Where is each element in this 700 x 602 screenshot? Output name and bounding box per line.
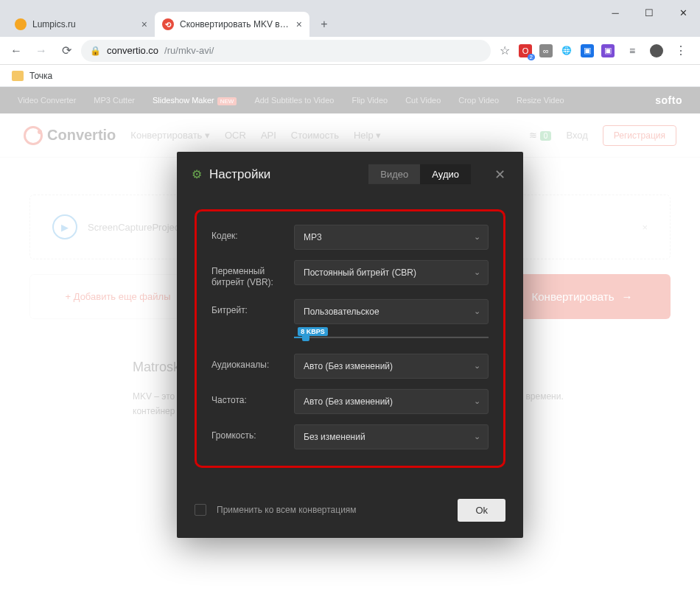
window-titlebar: ─ ☐ ✕	[0, 0, 700, 10]
chevron-down-icon: ⌄	[474, 267, 480, 277]
modal-title: Настройки	[209, 167, 270, 181]
new-tab-button[interactable]: +	[314, 14, 335, 35]
select-value: Без изменений	[304, 432, 365, 442]
chevron-down-icon: ⌄	[474, 307, 480, 316]
select-value: Авто (Без изменений)	[304, 396, 393, 407]
ok-button[interactable]: Ok	[458, 499, 505, 522]
gear-icon: ⚙	[192, 167, 202, 181]
apply-all-label: Применить ко всем конвертациям	[217, 505, 447, 515]
favicon-icon	[15, 18, 27, 30]
highlighted-settings-area: Кодек: MP3 ⌄ Переменный битрейт (VBR): П…	[195, 209, 505, 467]
close-modal-button[interactable]: ✕	[491, 163, 508, 185]
forward-button[interactable]: →	[31, 41, 52, 61]
row-codec: Кодек: MP3 ⌄	[211, 224, 489, 249]
tab-audio[interactable]: Аудио	[420, 164, 471, 184]
label-codec: Кодек:	[211, 224, 285, 242]
select-channels[interactable]: Авто (Без изменений) ⌄	[294, 354, 489, 379]
extension-icon[interactable]: ▣	[601, 44, 615, 57]
select-bitrate[interactable]: Пользовательское ⌄	[294, 299, 489, 324]
reading-list-icon[interactable]: ≡	[622, 41, 643, 61]
extension-badge: 2	[528, 54, 535, 60]
minimize-button[interactable]: ─	[598, 0, 632, 25]
tab-strip: Lumpics.ru × ⟲ Сконвертировать MKV в AVI…	[0, 10, 700, 37]
page-content: Video Converter MP3 Cutter Slideshow Mak…	[0, 87, 700, 602]
modal-footer: Применить ко всем конвертациям Ok	[177, 486, 523, 538]
settings-modal: ⚙ Настройки Видео Аудио ✕ Кодек: MP3 ⌄	[177, 151, 523, 537]
row-vbr: Переменный битрейт (VBR): Постоянный бит…	[211, 259, 489, 288]
back-button[interactable]: ←	[6, 41, 27, 61]
close-window-button[interactable]: ✕	[666, 0, 700, 25]
close-tab-icon[interactable]: ×	[141, 18, 147, 30]
modal-header: ⚙ Настройки Видео Аудио ✕	[177, 151, 523, 197]
chevron-down-icon: ⌄	[474, 361, 480, 371]
apply-all-checkbox[interactable]	[195, 504, 206, 516]
select-value: Авто (Без изменений)	[304, 361, 393, 371]
select-frequency[interactable]: Авто (Без изменений) ⌄	[294, 389, 489, 414]
label-vbr: Переменный битрейт (VBR):	[211, 259, 285, 288]
label-frequency: Частота:	[211, 389, 285, 407]
lock-icon: 🔒	[90, 46, 101, 56]
select-value: Пользовательское	[304, 307, 379, 317]
extension-icon[interactable]: ∞	[539, 44, 553, 57]
browser-menu-button[interactable]: ⋮	[671, 41, 691, 61]
profile-avatar[interactable]	[650, 44, 663, 57]
chevron-down-icon: ⌄	[474, 396, 480, 406]
tab-title: Lumpics.ru	[32, 19, 136, 29]
maximize-button[interactable]: ☐	[632, 0, 666, 25]
bookmark-star-icon[interactable]: ☆	[498, 44, 511, 57]
url-host: convertio.co	[107, 45, 158, 56]
chevron-down-icon: ⌄	[474, 232, 480, 242]
row-bitrate: Битрейт: Пользовательское ⌄ 8 KBPS	[211, 299, 489, 343]
modal-tabs: Видео Аудио	[368, 164, 471, 184]
reload-button[interactable]: ⟳	[56, 41, 77, 61]
label-bitrate: Битрейт:	[211, 299, 285, 317]
extension-icon[interactable]: 🌐	[560, 44, 573, 57]
tab-video[interactable]: Видео	[368, 164, 420, 184]
extension-icon[interactable]: ▣	[581, 44, 594, 57]
select-codec[interactable]: MP3 ⌄	[294, 224, 489, 249]
select-value: Постоянный битрейт (CBR)	[304, 267, 416, 277]
browser-toolbar: ← → ⟳ 🔒 convertio.co/ru/mkv-avi/ ☆ O2 ∞ …	[0, 37, 700, 65]
window-controls: ─ ☐ ✕	[598, 0, 700, 25]
extension-icon[interactable]: O2	[519, 44, 532, 57]
extension-icons: ☆ O2 ∞ 🌐 ▣ ▣ ≡ ⋮	[495, 41, 694, 61]
row-frequency: Частота: Авто (Без изменений) ⌄	[211, 389, 489, 414]
favicon-icon: ⟲	[162, 18, 174, 30]
tab-title: Сконвертировать MKV в AVI он	[180, 19, 290, 29]
bookmarks-bar: Точка	[0, 65, 700, 87]
address-bar[interactable]: 🔒 convertio.co/ru/mkv-avi/	[81, 40, 491, 62]
select-value: MP3	[304, 231, 322, 242]
bitrate-slider[interactable]: 8 KBPS	[294, 332, 489, 343]
label-volume: Громкость:	[211, 424, 285, 442]
select-volume[interactable]: Без изменений ⌄	[294, 424, 489, 449]
modal-body: Кодек: MP3 ⌄ Переменный битрейт (VBR): П…	[177, 197, 523, 485]
row-volume: Громкость: Без изменений ⌄	[211, 424, 489, 449]
slider-track	[294, 337, 489, 338]
row-channels: Аудиоканалы: Авто (Без изменений) ⌄	[211, 354, 489, 379]
chevron-down-icon: ⌄	[474, 432, 480, 441]
folder-icon	[12, 71, 24, 81]
label-channels: Аудиоканалы:	[211, 354, 285, 371]
slider-thumb[interactable]	[302, 334, 309, 341]
browser-chrome: ─ ☐ ✕ Lumpics.ru × ⟲ Сконвертировать MKV…	[0, 0, 700, 87]
select-vbr[interactable]: Постоянный битрейт (CBR) ⌄	[294, 259, 489, 284]
url-path: /ru/mkv-avi/	[164, 45, 214, 56]
browser-tab-convertio[interactable]: ⟲ Сконвертировать MKV в AVI он ×	[155, 12, 309, 37]
close-tab-icon[interactable]: ×	[296, 18, 302, 30]
bookmark-item[interactable]: Точка	[29, 71, 52, 81]
browser-tab-lumpics[interactable]: Lumpics.ru ×	[7, 12, 155, 37]
